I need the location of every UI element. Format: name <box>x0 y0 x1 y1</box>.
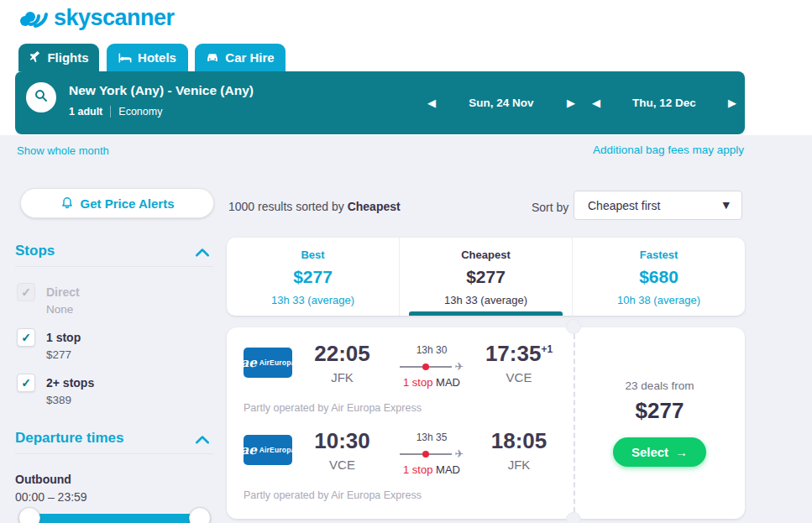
summary-tab-cheapest[interactable]: Cheapest $277 13h 33 (average) <box>399 238 572 316</box>
slider-handle-left[interactable] <box>18 507 40 523</box>
summary-cheapest-duration: 13h 33 (average) <box>400 294 572 306</box>
tab-car-hire[interactable]: Car Hire <box>195 44 286 71</box>
plane-icon: ✈ <box>455 361 464 372</box>
route-line <box>400 366 452 368</box>
subrow-divider <box>110 106 111 118</box>
summary-cheapest-label: Cheapest <box>400 248 572 261</box>
stops-section-title: Stops <box>15 243 55 259</box>
leg2-arrival: 18:05 JFK <box>477 430 561 472</box>
summary-best-duration: 13h 33 (average) <box>227 294 399 306</box>
plane-icon <box>29 51 41 64</box>
tab-hotels-label: Hotels <box>138 50 176 65</box>
stops-collapse-button[interactable] <box>195 246 210 261</box>
plane-icon: ✈ <box>455 448 464 459</box>
checkbox-direct: ✓ <box>17 283 35 301</box>
leg2-stops-info: 13h 35 ✈ 1 stop MAD <box>391 431 472 476</box>
stops-count: 1 stop <box>403 376 432 389</box>
leg1-arrival: 17:35+1 VCE <box>477 343 561 384</box>
summary-fastest-duration: 10h 38 (average) <box>573 294 745 306</box>
departure-times-title: Departure times <box>15 430 123 447</box>
arrival-time-value: 18:05 <box>491 428 547 453</box>
check-icon: ✓ <box>21 376 31 390</box>
arrow-right-icon: → <box>675 445 688 459</box>
arrival-time: 18:05 <box>477 430 561 452</box>
airline-logo-air-europa: ae AirEuropa <box>244 435 292 465</box>
leg-duration: 13h 30 <box>391 344 472 356</box>
tab-flights[interactable]: Flights <box>18 44 99 71</box>
stops-count: 1 stop <box>403 463 432 476</box>
total-price: $277 <box>636 398 684 424</box>
arrival-airport: VCE <box>477 370 561 384</box>
stop-dot-icon <box>422 451 429 458</box>
chevron-up-icon <box>195 433 210 447</box>
search-subrow[interactable]: 1 adult Economy <box>69 106 162 118</box>
skyscanner-results-page: skyscanner Flights Hotels Car Hire New Y… <box>0 0 812 523</box>
return-date[interactable]: Thu, 12 Dec <box>610 71 719 134</box>
leg2-departure: 10:30 VCE <box>298 430 386 472</box>
leg-duration: 13h 35 <box>391 431 472 443</box>
skyscanner-cloud-icon <box>18 3 49 32</box>
route-line-graphic: ✈ <box>391 448 472 459</box>
stop-dot-icon <box>422 363 429 370</box>
air-europa-mark: ae <box>240 442 256 458</box>
route-summary[interactable]: New York (Any) - Venice (Any) <box>69 83 254 98</box>
outbound-label: Outbound <box>15 473 71 486</box>
return-date-prev-button[interactable]: ◀ <box>581 71 611 134</box>
sort-dropdown-value: Cheapest first <box>588 199 660 212</box>
return-date-next-button[interactable]: ▶ <box>717 71 747 134</box>
stop-airport-code: MAD <box>436 376 460 389</box>
skyscanner-logo[interactable]: skyscanner <box>18 3 175 32</box>
stops-text: 1 stop MAD <box>391 463 472 476</box>
caret-down-icon: ▼ <box>723 200 730 211</box>
slider-handle-right[interactable] <box>189 507 211 523</box>
price-section: 23 deals from $277 Select → <box>574 327 745 519</box>
passenger-count: 1 adult <box>69 106 102 118</box>
search-summary-panel: New York (Any) - Venice (Any) 1 adult Ec… <box>15 71 745 134</box>
tab-hotels[interactable]: Hotels <box>107 44 188 71</box>
departure-time: 22:05 <box>298 343 386 364</box>
leg1-departure: 22:05 JFK <box>298 343 386 384</box>
sort-by-label: Sort by <box>532 201 568 214</box>
check-icon: ✓ <box>21 285 31 299</box>
stops-option-2stops-label: 2+ stops <box>46 376 94 390</box>
search-button[interactable] <box>26 82 56 112</box>
summary-tab-best[interactable]: Best $277 13h 33 (average) <box>227 238 399 316</box>
outbound-date[interactable]: Sun, 24 Nov <box>447 71 556 134</box>
arrival-airport: JFK <box>477 458 561 472</box>
bed-icon <box>118 52 132 64</box>
results-sort-name: Cheapest <box>348 200 401 213</box>
stop-airport-code: MAD <box>436 463 460 476</box>
air-europa-name: AirEuropa <box>259 358 296 367</box>
arrival-time: 17:35+1 <box>477 343 561 364</box>
air-europa-mark: ae <box>240 355 256 370</box>
departure-airport: VCE <box>298 458 386 472</box>
price-alerts-button[interactable]: Get Price Alerts <box>20 188 214 218</box>
check-icon: ✓ <box>21 331 31 344</box>
logo-wordmark: skyscanner <box>54 5 175 31</box>
outbound-date-prev-button[interactable]: ◀ <box>416 71 447 134</box>
select-button[interactable]: Select → <box>613 437 706 467</box>
day-offset-badge: +1 <box>541 343 553 355</box>
checkbox-2plus-stops[interactable]: ✓ <box>17 374 35 392</box>
departure-divider <box>15 453 213 454</box>
departure-collapse-button[interactable] <box>195 433 210 448</box>
show-whole-month-link[interactable]: Show whole month <box>17 144 109 157</box>
outbound-time-range: 00:00 – 23:59 <box>15 490 87 504</box>
sort-dropdown[interactable]: Cheapest first ▼ <box>574 191 742 220</box>
airline-logo-air-europa: ae AirEuropa <box>244 348 292 378</box>
bag-fees-link[interactable]: Additional bag fees may apply <box>593 144 744 156</box>
departure-airport: JFK <box>298 370 386 384</box>
stops-option-2stops-price: $389 <box>46 394 71 406</box>
operated-by-text: Partly operated by Air Europa Express <box>244 489 422 501</box>
time-slider-track[interactable] <box>39 514 190 523</box>
departure-time: 10:30 <box>298 430 386 452</box>
price-alerts-label: Get Price Alerts <box>81 196 175 211</box>
car-icon <box>206 52 219 63</box>
cabin-class: Economy <box>118 106 162 118</box>
route-line <box>400 453 452 455</box>
summary-tab-fastest[interactable]: Fastest $680 10h 38 (average) <box>572 238 745 316</box>
checkbox-1-stop[interactable]: ✓ <box>17 328 35 347</box>
select-button-label: Select <box>631 445 668 459</box>
summary-tabs-card: Best $277 13h 33 (average) Cheapest $277… <box>227 238 745 316</box>
results-count-prefix: 1000 results sorted by <box>228 200 348 213</box>
